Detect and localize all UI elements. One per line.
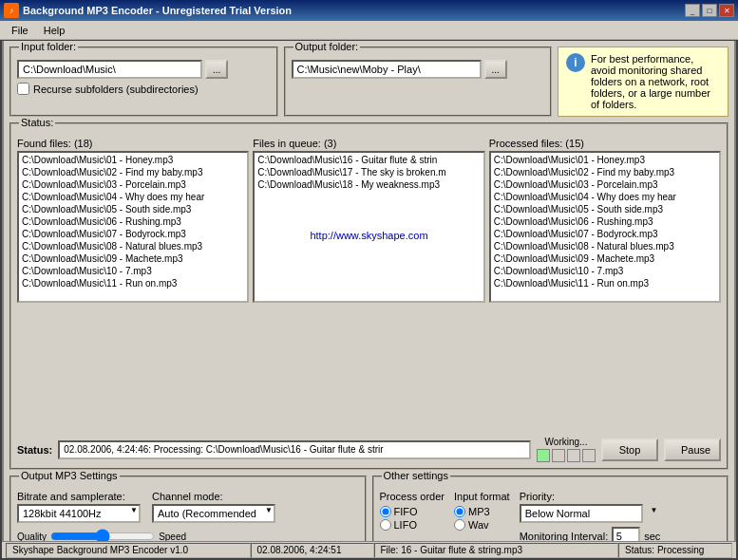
list-item[interactable]: C:\Download\Music\09 - Machete.mp3: [20, 252, 246, 265]
wav-item: Wav: [454, 519, 510, 531]
wav-label: Wav: [468, 519, 489, 531]
output-folder-label: Output folder:: [293, 41, 361, 52]
bitrate-select[interactable]: 128kbit 44100Hz: [17, 504, 141, 523]
bitrate-select-wrapper: 128kbit 44100Hz: [17, 504, 141, 523]
list-item[interactable]: C:\Download\Music\07 - Bodyrock.mp3: [492, 228, 718, 240]
input-folder-browse[interactable]: ...: [205, 60, 228, 79]
wav-radio[interactable]: [454, 519, 465, 531]
input-folder-panel: Input folder: ... Recurse subfolders (su…: [9, 47, 278, 117]
working-label: Working...: [545, 437, 588, 447]
process-order-label: Process order: [380, 491, 445, 502]
settings-row-1: Bitrate and samplerate: 128kbit 44100Hz …: [17, 491, 359, 523]
list-item[interactable]: C:\Download\Music\10 - 7.mp3: [20, 265, 246, 277]
menu-help[interactable]: Help: [36, 23, 73, 38]
list-item[interactable]: C:\Download\Music\01 - Honey.mp3: [20, 154, 246, 166]
menu-file[interactable]: File: [4, 23, 36, 38]
info-box: i For best performance, avoid monitoring…: [558, 47, 729, 117]
stop-button[interactable]: Stop: [601, 439, 658, 461]
mp3-radio[interactable]: [454, 506, 465, 517]
input-format-group: Input format MP3 Wav: [454, 491, 510, 546]
other-settings-label: Other settings: [382, 470, 450, 481]
list-item[interactable]: C:\Download\Music\03 - Porcelain.mp3: [492, 178, 718, 191]
list-item[interactable]: C:\Download\Music\11 - Run on.mp3: [492, 277, 718, 289]
list-item[interactable]: C:\Download\Music\18 - My weakness.mp3: [255, 178, 482, 191]
maximize-button[interactable]: □: [702, 4, 717, 17]
channel-group: Channel mode: Auto (Recommended): [152, 491, 275, 523]
process-order-group: Process order FIFO LIFO: [380, 491, 445, 546]
channel-select-wrapper: Auto (Recommended): [152, 504, 275, 523]
list-item[interactable]: C:\Download\Music\08 - Natural blues.mp3: [492, 240, 718, 252]
status-section-label: Status:: [19, 117, 55, 128]
status-app: Skyshape Background MP3 Encoder v1.0: [6, 543, 251, 558]
status-value: 02.08.2006, 4:24:46: Processing: C:\Down…: [58, 440, 531, 459]
skyshape-link[interactable]: http://www.skyshape.com: [255, 229, 482, 242]
bitrate-group: Bitrate and samplerate: 128kbit 44100Hz: [17, 491, 141, 523]
list-item[interactable]: C:\Download\Music\05 - South side.mp3: [20, 203, 246, 215]
window-controls: _ □ ✕: [685, 4, 734, 17]
status-text-label: Status:: [17, 444, 52, 456]
priority-select-wrapper: Below Normal: [520, 504, 661, 523]
queue-files-list[interactable]: C:\Download\Music\16 - Guitar flute & st…: [253, 151, 484, 303]
found-files-label: Found files: (18): [17, 138, 249, 149]
output-folder-row: ...: [292, 60, 545, 79]
fifo-item: FIFO: [380, 506, 445, 517]
list-item[interactable]: C:\Download\Music\02 - Find my baby.mp3: [20, 166, 246, 178]
recurse-checkbox[interactable]: [17, 83, 29, 95]
lifo-radio[interactable]: [380, 519, 391, 531]
list-item[interactable]: C:\Download\Music\08 - Natural blues.mp3: [20, 240, 246, 252]
pause-button[interactable]: Pause: [664, 439, 721, 461]
working-box-3: [567, 449, 580, 462]
list-item[interactable]: C:\Download\Music\10 - 7.mp3: [492, 265, 718, 277]
status-processing: Status: Processing: [618, 543, 732, 558]
input-format-label: Input format: [454, 491, 510, 502]
output-folder-browse[interactable]: ...: [484, 60, 507, 79]
list-item[interactable]: C:\Download\Music\03 - Porcelain.mp3: [20, 178, 246, 191]
fifo-label: FIFO: [394, 506, 418, 517]
app-icon: ♪: [4, 3, 19, 18]
lifo-label: LIFO: [394, 519, 417, 531]
working-boxes: [537, 449, 596, 462]
title-bar: ♪ Background MP3 Encoder - Unregistered …: [0, 0, 738, 21]
close-button[interactable]: ✕: [719, 4, 734, 17]
list-item[interactable]: C:\Download\Music\11 - Run on.mp3: [20, 277, 246, 289]
bottom-status-bar: Skyshape Background MP3 Encoder v1.0 02.…: [2, 541, 736, 558]
status-time: 02.08.2006, 4:24:51: [251, 543, 374, 558]
list-item[interactable]: C:\Download\Music\02 - Find my baby.mp3: [492, 166, 718, 178]
list-item[interactable]: C:\Download\Music\17 - The sky is broken…: [255, 166, 482, 178]
list-item[interactable]: C:\Download\Music\16 - Guitar flute & st…: [255, 154, 482, 166]
mp3-item: MP3: [454, 506, 510, 517]
settings-inner: Bitrate and samplerate: 128kbit 44100Hz …: [17, 491, 359, 544]
menu-bar: File Help: [0, 21, 738, 40]
list-item[interactable]: C:\Download\Music\07 - Bodyrock.mp3: [20, 228, 246, 240]
list-item[interactable]: C:\Download\Music\04 - Why does my hear: [20, 191, 246, 203]
found-files-list[interactable]: C:\Download\Music\01 - Honey.mp3 C:\Down…: [17, 151, 249, 303]
list-item[interactable]: C:\Download\Music\09 - Machete.mp3: [492, 252, 718, 265]
priority-field-group: Priority: Below Normal: [520, 491, 661, 523]
info-text: For best performance, avoid monitoring s…: [591, 53, 720, 110]
input-folder-label: Input folder:: [19, 41, 78, 52]
quality-label: Quality: [17, 532, 47, 542]
list-item[interactable]: C:\Download\Music\01 - Honey.mp3: [492, 154, 718, 166]
processed-files-list[interactable]: C:\Download\Music\01 - Honey.mp3 C:\Down…: [489, 151, 721, 303]
list-item[interactable]: C:\Download\Music\06 - Rushing.mp3: [20, 215, 246, 228]
found-files-group: Found files: (18) C:\Download\Music\01 -…: [17, 138, 249, 429]
minimize-button[interactable]: _: [685, 4, 700, 17]
priority-select[interactable]: Below Normal: [520, 504, 643, 523]
list-item[interactable]: C:\Download\Music\04 - Why does my hear: [492, 191, 718, 203]
info-icon: i: [566, 53, 585, 72]
list-item[interactable]: C:\Download\Music\05 - South side.mp3: [492, 203, 718, 215]
working-box-2: [552, 449, 565, 462]
channel-select[interactable]: Auto (Recommended): [152, 504, 275, 523]
status-file: File: 16 - Guitar flute & string.mp3: [374, 543, 619, 558]
list-item[interactable]: C:\Download\Music\06 - Rushing.mp3: [492, 215, 718, 228]
channel-label: Channel mode:: [152, 491, 275, 502]
status-lists: Found files: (18) C:\Download\Music\01 -…: [17, 138, 721, 429]
priority-group: Priority: Below Normal Monitoring Interv…: [520, 491, 661, 546]
input-folder-input[interactable]: [17, 60, 202, 79]
output-settings-label: Output MP3 Settings: [19, 470, 120, 481]
working-box-4: [582, 449, 596, 462]
status-panel: Status: Found files: (18) C:\Download\Mu…: [9, 122, 729, 470]
fifo-radio[interactable]: [380, 506, 391, 517]
output-folder-input[interactable]: [292, 60, 482, 79]
top-row: Input folder: ... Recurse subfolders (su…: [9, 47, 729, 117]
